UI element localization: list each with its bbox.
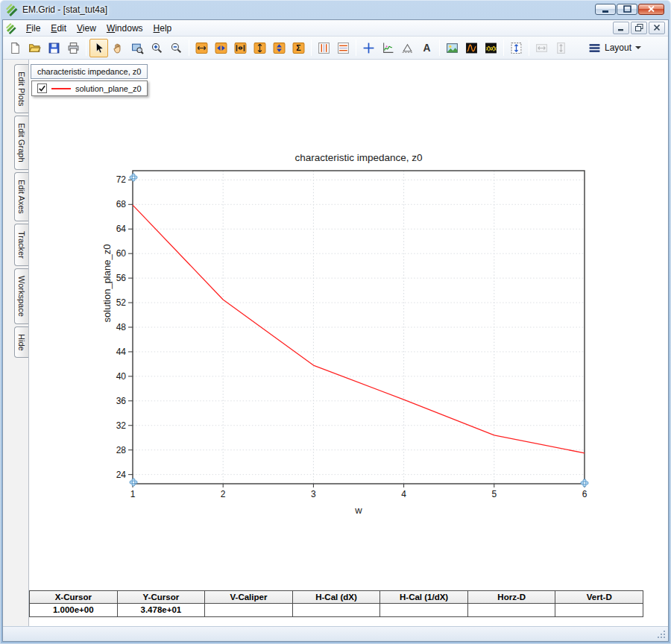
vertical-markers-button[interactable] — [315, 39, 333, 57]
cursor-value-cell — [205, 604, 293, 616]
status-bar — [3, 626, 668, 641]
cursor-column-header: Vert-D — [555, 591, 643, 604]
menu-windows[interactable]: Windows — [101, 22, 148, 35]
sidebar-tab-edit-plots[interactable]: Edit Plots — [14, 64, 28, 113]
y-tick-label: 24 — [116, 470, 127, 480]
sidebar-tab-label: Edit Graph — [17, 123, 26, 162]
tracker-curve-button[interactable] — [379, 39, 397, 57]
cursor-column-header: H-Cal (dX) — [293, 591, 381, 604]
layout-label: Layout — [605, 42, 631, 53]
app-window: EM.Grid - [stat_tut4a] FileEditViewWindo… — [0, 0, 671, 644]
toolbar-separator — [356, 40, 356, 56]
pan-horizontal-button[interactable] — [212, 39, 230, 57]
plot-tab-label: characteristic impedance, z0 — [37, 67, 141, 76]
x-tick-label: 1 — [130, 489, 136, 499]
y-tick-label: 40 — [116, 371, 127, 382]
autoscale-button[interactable]: Σ — [289, 39, 308, 57]
zoom-window-button[interactable] — [128, 39, 147, 57]
mdi-restore-icon — [634, 22, 644, 35]
fit-horizontal-icon — [195, 42, 208, 54]
center-horizontal-button[interactable] — [231, 39, 250, 57]
delta-marker-icon — [401, 42, 414, 54]
maximize-button[interactable] — [617, 4, 637, 15]
cursor-marker[interactable] — [130, 479, 137, 486]
crosshair-button[interactable] — [359, 39, 378, 57]
sync-vertical-button — [552, 39, 570, 57]
menu-view[interactable]: View — [72, 22, 101, 35]
mdi-restore-button[interactable] — [631, 22, 647, 34]
y-tick-label: 72 — [116, 174, 127, 185]
delta-marker-button[interactable] — [398, 39, 417, 57]
print-button[interactable] — [64, 39, 83, 57]
sidebar-tab-hide[interactable]: Hide — [14, 326, 28, 359]
zoom-in-icon — [151, 42, 163, 54]
plot-tab[interactable]: characteristic impedance, z0 — [31, 64, 148, 79]
fit-page-vertical-icon — [510, 42, 523, 54]
close-button[interactable] — [638, 4, 664, 15]
fft-view-icon — [465, 42, 478, 54]
sync-vertical-icon — [555, 42, 567, 54]
resize-grip[interactable] — [658, 631, 665, 638]
cursor-value-cell: 3.478e+01 — [118, 604, 206, 616]
zoom-in-button[interactable] — [148, 39, 166, 57]
sidebar-tab-workspace[interactable]: Workspace — [14, 268, 28, 324]
window-frame: FileEditViewWindowsHelp ΣA Layout Edit P… — [2, 19, 669, 642]
fft-view-button[interactable] — [462, 39, 481, 57]
cursor-column-header: Y-Cursor — [118, 591, 206, 604]
legend: solution_plane_z0 — [31, 80, 148, 96]
vertical-markers-icon — [318, 42, 330, 54]
zoom-out-button[interactable] — [167, 39, 186, 57]
menu-edit[interactable]: Edit — [45, 22, 72, 35]
cursor-column-header: Horz-D — [468, 591, 556, 604]
svg-text:Σ: Σ — [296, 43, 301, 52]
menu-items: FileEditViewWindowsHelp — [21, 22, 177, 35]
text-annotation-button[interactable]: A — [418, 39, 436, 57]
mdi-close-button[interactable] — [649, 22, 665, 34]
title-bar[interactable]: EM.Grid - [stat_tut4a] — [2, 0, 669, 19]
minimize-icon — [600, 3, 611, 16]
tracker-curve-icon — [382, 42, 394, 54]
cursor-column-header: V-Caliper — [205, 591, 293, 604]
fit-page-vertical-button[interactable] — [507, 39, 526, 57]
open-file-button[interactable] — [25, 39, 44, 57]
save-file-button[interactable] — [45, 39, 63, 57]
sidebar-tab-tracker[interactable]: Tracker — [14, 224, 28, 266]
sync-horizontal-button — [532, 39, 551, 57]
chart-plot-area[interactable]: 12345624283236404448525660646872 — [100, 149, 593, 501]
minimize-button[interactable] — [595, 4, 616, 15]
print-icon — [67, 42, 80, 54]
sidebar-tab-label: Workspace — [17, 276, 26, 317]
sidebar-tab-edit-axes[interactable]: Edit Axes — [14, 172, 28, 221]
mdi-minimize-button[interactable] — [613, 22, 629, 34]
new-file-button[interactable] — [6, 39, 25, 57]
menu-help[interactable]: Help — [148, 22, 177, 35]
menu-file[interactable]: File — [21, 22, 45, 35]
fit-vertical-button[interactable] — [251, 39, 269, 57]
legend-checkbox[interactable] — [37, 83, 47, 93]
mdi-minimize-icon — [616, 22, 626, 35]
toolbar-buttons: ΣA — [6, 39, 570, 57]
mdi-close-icon — [652, 22, 662, 35]
horizontal-markers-button[interactable] — [334, 39, 353, 57]
x-tick-label: 2 — [221, 489, 226, 499]
y-tick-label: 60 — [116, 248, 127, 259]
layout-icon — [588, 42, 601, 54]
cursor-value-cell: 1.000e+00 — [30, 604, 118, 616]
layout-dropdown-button[interactable]: Layout — [582, 39, 647, 57]
zoom-window-icon — [131, 42, 144, 54]
legend-line-sample — [51, 88, 71, 89]
pan-vertical-button[interactable] — [270, 39, 289, 57]
cursor-marker[interactable] — [581, 479, 588, 487]
fit-horizontal-button[interactable] — [192, 39, 211, 57]
svg-text:A: A — [423, 42, 431, 54]
cursor-value-cell — [555, 604, 643, 616]
multi-wave-view-button[interactable] — [482, 39, 500, 57]
sidebar-tab-strip: Edit PlotsEdit GraphEdit AxesTrackerWork… — [3, 64, 28, 358]
pan-hand-button[interactable] — [109, 39, 127, 57]
snapshot-button[interactable] — [443, 39, 461, 57]
pan-horizontal-icon — [215, 42, 227, 54]
sidebar-tab-edit-graph[interactable]: Edit Graph — [14, 116, 28, 170]
x-axis-label: w — [133, 505, 585, 516]
select-cursor-button[interactable] — [89, 39, 108, 57]
cursor-column-header: X-Cursor — [30, 591, 118, 604]
